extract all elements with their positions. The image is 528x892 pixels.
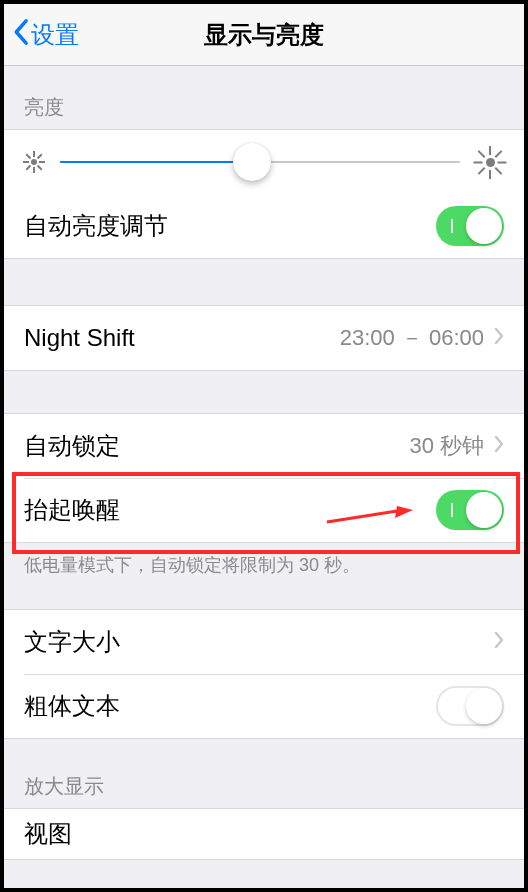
raise-to-wake-label: 抬起唤醒 [24,494,120,526]
bold-text-label: 粗体文本 [24,690,120,722]
slider-thumb[interactable] [233,143,271,181]
auto-lock-row[interactable]: 自动锁定 30 秒钟 [4,414,524,478]
brightness-low-icon [24,152,44,172]
back-label: 设置 [31,19,79,51]
brightness-slider[interactable] [60,161,460,163]
chevron-right-icon [494,325,504,351]
brightness-header: 亮度 [4,66,524,129]
raise-to-wake-row: 抬起唤醒 [4,478,524,542]
bold-text-switch[interactable] [436,686,504,726]
chevron-right-icon [494,433,504,459]
brightness-slider-cell [4,130,524,194]
auto-brightness-row: 自动亮度调节 [4,194,524,258]
brightness-high-icon [476,148,504,176]
nav-bar: 设置 显示与亮度 [4,4,524,66]
night-shift-label: Night Shift [24,324,135,352]
view-row[interactable]: 视图 [4,809,524,859]
page-title: 显示与亮度 [204,19,324,51]
text-size-row[interactable]: 文字大小 [4,610,524,674]
raise-to-wake-switch[interactable] [436,490,504,530]
back-button[interactable]: 设置 [4,18,79,52]
chevron-left-icon [12,18,29,52]
auto-brightness-label: 自动亮度调节 [24,210,168,242]
auto-lock-label: 自动锁定 [24,430,120,462]
night-shift-row[interactable]: Night Shift 23:00 － 06:00 [4,306,524,370]
bold-text-row: 粗体文本 [4,674,524,738]
night-shift-schedule: 23:00 － 06:00 [340,323,484,353]
low-power-note: 低电量模式下，自动锁定将限制为 30 秒。 [4,543,524,587]
view-label: 视图 [24,818,72,850]
zoom-header: 放大显示 [4,739,524,808]
text-size-label: 文字大小 [24,626,120,658]
auto-brightness-switch[interactable] [436,206,504,246]
auto-lock-value: 30 秒钟 [409,431,484,461]
chevron-right-icon [494,629,504,655]
